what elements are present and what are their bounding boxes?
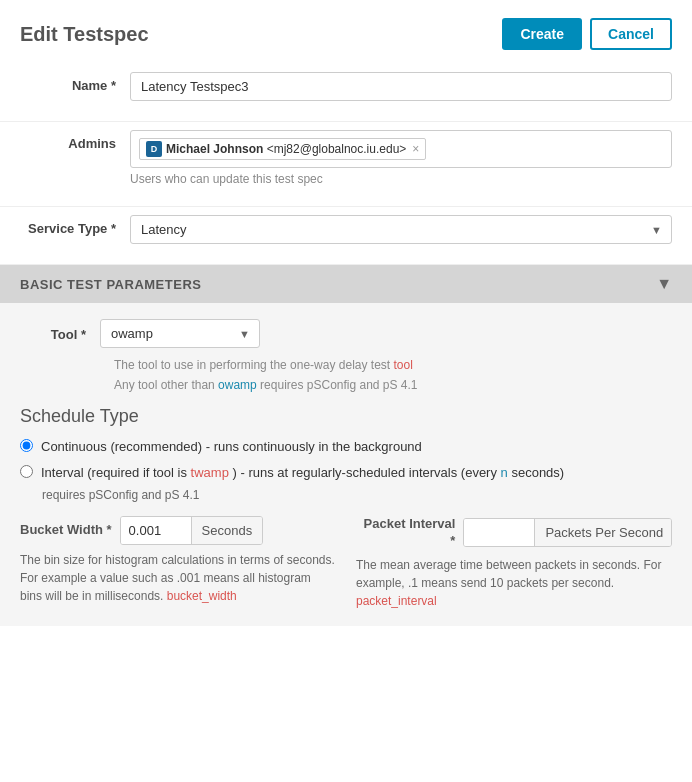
admins-section: Admins D Michael Johnson <mj82@globalnoc… <box>0 122 692 207</box>
tool-label: Tool * <box>20 319 100 342</box>
interval-radio[interactable] <box>20 465 33 478</box>
bucket-width-desc: The bin size for histogram calculations … <box>20 551 336 605</box>
bucket-width-input[interactable] <box>121 517 191 544</box>
page-header: Edit Testspec Create Cancel <box>0 0 692 64</box>
bucket-width-unit: Seconds <box>191 517 263 544</box>
admin-tag: D Michael Johnson <mj82@globalnoc.iu.edu… <box>139 138 426 160</box>
admins-hint: Users who can update this test spec <box>130 172 672 186</box>
packet-interval-input-group: Packets Per Second <box>463 518 672 547</box>
bucket-width-link[interactable]: bucket_width <box>167 589 237 603</box>
name-field-wrapper <box>130 72 672 101</box>
continuous-radio[interactable] <box>20 439 33 452</box>
packet-interval-input[interactable] <box>464 519 534 546</box>
tool-link[interactable]: tool <box>394 358 413 372</box>
radio-interval-row: Interval (required if tool is twamp ) - … <box>20 463 672 483</box>
admin-name-text: Michael Johnson <box>166 142 263 156</box>
admins-box[interactable]: D Michael Johnson <mj82@globalnoc.iu.edu… <box>130 130 672 168</box>
tool-row: Tool * owamp ▼ <box>20 319 672 348</box>
basic-params-body: Tool * owamp ▼ The tool to use in perfor… <box>0 303 692 626</box>
packet-interval-input-row: Packet Interval * Packets Per Second <box>356 516 672 550</box>
params-row: Bucket Width * Seconds The bin size for … <box>20 516 672 610</box>
service-type-label: Service Type * <box>20 215 130 236</box>
bucket-width-input-group: Seconds <box>120 516 264 545</box>
interval-radio-group: Interval (required if tool is twamp ) - … <box>20 463 672 503</box>
service-type-field: Latency ▼ <box>130 215 672 244</box>
twamp-link[interactable]: twamp <box>191 465 229 480</box>
interval-label: Interval (required if tool is twamp ) - … <box>41 463 564 483</box>
basic-params-title: BASIC TEST PARAMETERS <box>20 277 201 292</box>
create-button[interactable]: Create <box>502 18 582 50</box>
bucket-width-input-row: Bucket Width * Seconds <box>20 516 336 545</box>
packet-interval-group: Packet Interval * Packets Per Second The… <box>356 516 672 610</box>
basic-params-header: BASIC TEST PARAMETERS ▼ <box>0 265 692 303</box>
bucket-width-group: Bucket Width * Seconds The bin size for … <box>20 516 336 610</box>
packet-interval-unit: Packets Per Second <box>534 519 672 546</box>
chevron-down-icon[interactable]: ▼ <box>656 275 672 293</box>
admin-email: <mj82@globalnoc.iu.edu> <box>267 142 407 156</box>
name-row: Name * <box>20 72 672 101</box>
owamp-link[interactable]: owamp <box>218 378 257 392</box>
bucket-width-label: Bucket Width * <box>20 522 120 539</box>
packet-interval-label: Packet Interval * <box>356 516 463 550</box>
tool-select-wrapper: owamp ▼ <box>100 319 260 348</box>
service-type-select-wrapper: Latency ▼ <box>130 215 672 244</box>
service-type-section: Service Type * Latency ▼ <box>0 207 692 265</box>
schedule-type-title: Schedule Type <box>20 406 672 427</box>
continuous-label: Continuous (recommended) - runs continuo… <box>41 437 422 457</box>
tool-hint-2: Any tool other than owamp requires pSCon… <box>114 376 672 394</box>
admin-name: Michael Johnson <mj82@globalnoc.iu.edu> <box>166 142 406 156</box>
service-type-select[interactable]: Latency <box>130 215 672 244</box>
radio-continuous-row: Continuous (recommended) - runs continuo… <box>20 437 672 457</box>
tool-field-wrapper: owamp ▼ <box>100 319 260 348</box>
admin-tag-icon: D <box>146 141 162 157</box>
admins-label: Admins <box>20 130 130 151</box>
packet-interval-link[interactable]: packet_interval <box>356 594 437 608</box>
admin-remove-button[interactable]: × <box>412 142 419 156</box>
name-input[interactable] <box>130 72 672 101</box>
admins-field-wrapper: D Michael Johnson <mj82@globalnoc.iu.edu… <box>130 130 672 186</box>
service-type-row: Service Type * Latency ▼ <box>20 215 672 244</box>
tool-hint-1: The tool to use in performing the one-wa… <box>114 356 672 374</box>
name-label: Name * <box>20 72 130 93</box>
n-link: n <box>501 465 508 480</box>
cancel-button[interactable]: Cancel <box>590 18 672 50</box>
tool-select[interactable]: owamp <box>100 319 260 348</box>
header-buttons: Create Cancel <box>502 18 672 50</box>
packet-interval-desc: The mean average time between packets in… <box>356 556 672 610</box>
page-title: Edit Testspec <box>20 23 149 46</box>
name-section: Name * <box>0 64 692 122</box>
interval-sub-label: requires pSConfig and pS 4.1 <box>42 488 672 502</box>
admins-row: Admins D Michael Johnson <mj82@globalnoc… <box>20 130 672 186</box>
